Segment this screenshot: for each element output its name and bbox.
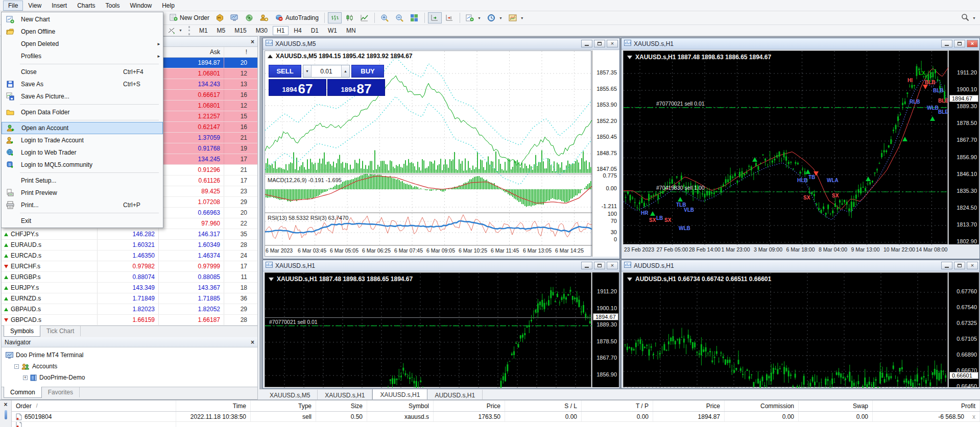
chevron-down-icon[interactable]: ▼ bbox=[972, 16, 976, 20]
timeframe-h1[interactable]: H1 bbox=[273, 26, 289, 35]
new-order-button[interactable]: New Order bbox=[167, 12, 212, 24]
restore-button[interactable] bbox=[594, 262, 605, 269]
file-menu-item-save-as[interactable]: Save AsCtrl+S bbox=[2, 78, 163, 90]
terminal-column-type[interactable]: Type bbox=[251, 400, 316, 411]
buy-button[interactable]: BUY bbox=[351, 65, 384, 78]
close-button[interactable]: × bbox=[967, 262, 978, 269]
panel-grip[interactable] bbox=[5, 410, 7, 419]
tile-windows-icon[interactable] bbox=[408, 12, 421, 23]
search-icon[interactable] bbox=[961, 13, 969, 23]
restore-button[interactable] bbox=[954, 40, 965, 47]
column-header-![interactable]: ! bbox=[224, 47, 250, 57]
market-watch-row-euraud-s[interactable]: EURAUD.s1.603211.6034928 bbox=[2, 240, 257, 250]
file-menu-item-login-to-web-trader[interactable]: Login to Web Trader bbox=[2, 146, 163, 159]
autotrading-button[interactable]: AutoTrading bbox=[272, 12, 321, 24]
market-watch-row-gbpaud-s[interactable]: GBPAUD.s1.820231.8205229 bbox=[2, 304, 257, 315]
timeframe-m1[interactable]: M1 bbox=[195, 26, 212, 35]
expand-expander-icon[interactable]: + bbox=[23, 375, 28, 380]
sell-price-box[interactable]: 189467 bbox=[269, 79, 326, 96]
minimize-button[interactable] bbox=[581, 262, 592, 269]
chart-bars-icon[interactable] bbox=[328, 12, 342, 23]
terminal-column-price[interactable]: Price bbox=[434, 400, 505, 411]
zoom-in-icon[interactable] bbox=[378, 12, 392, 23]
menu-insert[interactable]: Insert bbox=[46, 1, 72, 11]
file-menu-item-open-an-account[interactable]: Open an Account bbox=[2, 122, 163, 134]
file-menu-item-login-to-mql5-community[interactable]: SLogin to MQL5.community bbox=[2, 159, 163, 171]
terminal-monitor-icon[interactable] bbox=[228, 12, 242, 23]
timeframe-m15[interactable]: M15 bbox=[230, 26, 250, 35]
nav-item-dooprime-demo[interactable]: +DooPrime-Demo bbox=[2, 372, 257, 383]
file-menu-item-login-to-trade-account[interactable]: Login to Trade Account bbox=[2, 134, 163, 146]
terminal-column-symbol[interactable]: Symbol bbox=[367, 400, 434, 411]
chart-title-bar[interactable]: AUDUSD.s,H1 × bbox=[622, 260, 979, 271]
timeframe-mn[interactable]: MN bbox=[342, 26, 360, 35]
file-menu-item-open-offline[interactable]: Open Offline bbox=[2, 26, 163, 38]
menu-help[interactable]: Help bbox=[157, 1, 180, 11]
templates-button[interactable]: ▼ bbox=[506, 12, 527, 23]
collapse-icon[interactable] bbox=[269, 278, 274, 281]
market-watch-row-gbpcad-s[interactable]: GBPCAD.s1.661591.6618728 bbox=[2, 315, 257, 325]
file-menu-item-profiles[interactable]: Profiles► bbox=[2, 50, 163, 62]
menu-window[interactable]: Window bbox=[125, 1, 157, 11]
chart-title-bar[interactable]: XAUUSD.s,M5 × bbox=[263, 38, 619, 49]
file-menu-item-exit[interactable]: Exit bbox=[2, 215, 163, 227]
terminal-column-commission[interactable]: Commission bbox=[725, 400, 799, 411]
market-watch-row-eurjpy-s[interactable]: EURJPY.s143.349143.36718 bbox=[2, 283, 257, 293]
close-button[interactable]: × bbox=[607, 262, 618, 269]
auto-scroll-icon[interactable] bbox=[428, 12, 442, 23]
draw-tools-button[interactable]: ▼ bbox=[165, 26, 185, 36]
zoom-out-icon[interactable] bbox=[393, 12, 407, 23]
market-watch-row-eurgbp-s[interactable]: EURGBP.s0.880740.8808511 bbox=[2, 272, 257, 283]
file-menu-item-print-setup[interactable]: Print Setup... bbox=[2, 174, 163, 187]
column-header-Ask[interactable]: Ask bbox=[159, 47, 224, 57]
minimize-button[interactable] bbox=[941, 262, 952, 269]
collapse-icon[interactable] bbox=[627, 56, 632, 59]
terminal-column-profit[interactable]: Profit bbox=[873, 400, 980, 411]
chart-ohlc-info[interactable]: XAUUSD.s,H1 1887.48 1898.63 1886.65 1894… bbox=[627, 54, 771, 61]
market-watch-row-eurcad-s[interactable]: EURCAD.s1.463501.4637424 bbox=[2, 250, 257, 261]
terminal-column-time[interactable]: Time bbox=[176, 400, 251, 411]
chart-title-bar[interactable]: XAUUSD.s,H1 × bbox=[622, 38, 979, 49]
restore-button[interactable] bbox=[954, 262, 965, 269]
timeframe-m5[interactable]: M5 bbox=[213, 26, 230, 35]
chart-ohlc-info[interactable]: XAUUSD.s,H1 1887.48 1898.63 1886.65 1894… bbox=[269, 275, 413, 283]
terminal-order-row[interactable]: 650198042022.11.18 10:38:50sell0.50xauus… bbox=[12, 412, 980, 422]
chart-candles-icon[interactable] bbox=[343, 12, 356, 23]
terminal-column-size[interactable]: Size bbox=[316, 400, 367, 411]
market-watch-row-eurchf-s[interactable]: EURCHF.s0.979820.9799917 bbox=[2, 261, 257, 272]
tab-tick-chart[interactable]: Tick Chart bbox=[40, 326, 81, 336]
close-icon[interactable]: × bbox=[4, 401, 7, 408]
lot-decrease-button[interactable]: ▼ bbox=[303, 65, 312, 77]
tab-symbols[interactable]: Symbols bbox=[4, 325, 40, 337]
expert-advisors-icon[interactable] bbox=[257, 12, 271, 23]
close-button[interactable]: × bbox=[967, 40, 978, 47]
restore-button[interactable] bbox=[594, 40, 605, 47]
timeframe-w1[interactable]: W1 bbox=[324, 26, 341, 35]
terminal-column-t-p[interactable]: T / P bbox=[582, 400, 653, 411]
tab-common[interactable]: Common bbox=[4, 387, 42, 398]
file-menu-item-print[interactable]: Print...Ctrl+P bbox=[2, 199, 163, 211]
terminal-column-price[interactable]: Price bbox=[653, 400, 725, 411]
chart-plot-h1-small[interactable]: #70770021 sell 0.01 bbox=[265, 272, 591, 387]
close-icon[interactable]: × bbox=[251, 339, 254, 345]
chart-ohlc-info[interactable]: XAUUSD.s,M5 1894.15 1895.42 1893.92 1894… bbox=[268, 53, 413, 60]
file-menu-item-new-chart[interactable]: New Chart bbox=[2, 13, 163, 26]
close-button[interactable]: × bbox=[607, 40, 618, 47]
menu-charts[interactable]: Charts bbox=[72, 1, 100, 11]
sell-button[interactable]: SELL bbox=[269, 65, 301, 78]
chart-line-icon[interactable] bbox=[357, 12, 371, 23]
minimize-button[interactable] bbox=[941, 40, 952, 47]
collapse-icon[interactable] bbox=[627, 278, 632, 281]
timeframe-d1[interactable]: D1 bbox=[307, 26, 323, 35]
toolbar-grip[interactable] bbox=[188, 26, 192, 35]
signals-icon[interactable] bbox=[243, 12, 256, 23]
file-menu-item-save-as-picture[interactable]: Save As Picture... bbox=[2, 90, 163, 103]
file-menu-item-print-preview[interactable]: Print Preview bbox=[2, 187, 163, 199]
chart-title-bar[interactable]: XAUUSD.s,H1 × bbox=[263, 260, 619, 271]
indicators-button[interactable]: ▼ bbox=[463, 12, 484, 23]
collapse-icon[interactable] bbox=[268, 55, 273, 58]
chart-ohlc-info[interactable]: AUDUSD.s,H1 0.66734 0.66742 0.66511 0.66… bbox=[627, 275, 771, 283]
terminal-column-s-l[interactable]: S / L bbox=[505, 400, 582, 411]
timeframe-h4[interactable]: H4 bbox=[290, 26, 305, 35]
chart-plot-audusd[interactable] bbox=[623, 272, 948, 387]
